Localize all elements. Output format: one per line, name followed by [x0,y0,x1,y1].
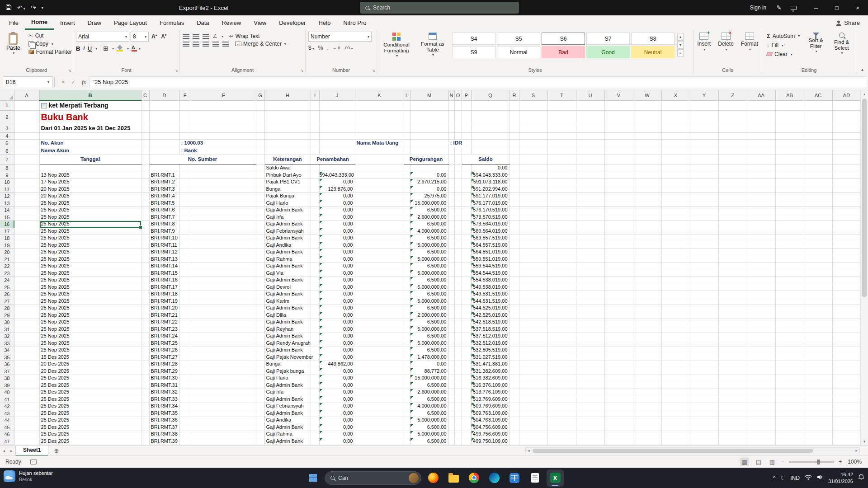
cell-E43[interactable] [179,410,191,417]
cell-G5[interactable] [256,139,264,147]
cell-W16[interactable] [633,221,661,228]
cell-P47[interactable] [462,438,471,445]
cell-B30[interactable]: 25 Nop 2025 [39,319,141,326]
cell-Y26[interactable] [690,291,718,298]
cell-X36[interactable] [661,361,690,368]
font-name-combo[interactable]: Arial▾ [76,32,129,42]
cell-S46[interactable] [519,431,547,438]
share-button[interactable]: Share [836,16,860,30]
cell-R32[interactable] [509,333,519,340]
cell-U40[interactable] [576,389,604,396]
cell-P29[interactable] [462,312,471,319]
cell-H11[interactable]: Bunga [264,186,311,193]
cell-G17[interactable] [256,228,264,235]
fill-button[interactable]: ↓Fill▾ [765,41,802,49]
cell-J17[interactable]: 0,00 [319,228,355,235]
cell-W18[interactable] [633,235,661,242]
tab-nitro-pro[interactable]: Nitro Pro [337,16,373,30]
cell-J5[interactable] [319,139,355,147]
cell-T24[interactable] [547,277,576,284]
cell-C13[interactable] [141,200,149,207]
cell-V40[interactable] [604,389,633,396]
select-all-button[interactable] [0,90,14,100]
cell-D32[interactable]: BRI.RMT.24 [149,333,179,340]
cell-AA10[interactable] [747,179,775,186]
cell-N37[interactable] [448,368,454,375]
cell-M39[interactable]: 6.500,00 [410,382,448,389]
cell-P40[interactable] [462,389,471,396]
cell-X8[interactable] [661,164,690,172]
cell-H45[interactable]: Gaji Admin Bank [264,424,311,431]
cell-J30[interactable]: 0,00 [319,319,355,326]
cell-J3[interactable] [319,124,355,132]
cell-G33[interactable] [256,340,264,347]
cell-C23[interactable] [141,270,149,277]
cell-P34[interactable] [462,347,471,354]
cell-V16[interactable] [604,221,633,228]
cell-V9[interactable] [604,172,633,179]
cell-Z45[interactable] [718,424,747,431]
cell-A42[interactable] [14,403,39,410]
cell-I18[interactable] [311,235,319,242]
column-header-Y[interactable]: Y [690,90,718,100]
cell-O11[interactable] [454,186,462,193]
cell-Y29[interactable] [690,312,718,319]
cell-T40[interactable] [547,389,576,396]
cell-S43[interactable] [519,410,547,417]
cell-AC34[interactable] [804,347,832,354]
cell-J26[interactable]: 0,00 [319,291,355,298]
cell-AD32[interactable] [832,333,861,340]
cell-W5[interactable] [633,139,661,147]
cell-K30[interactable] [355,319,404,326]
format-as-table-button[interactable]: Format as Table▾ [416,32,449,58]
cell-J21[interactable]: 0,00 [319,256,355,263]
cell-AC37[interactable] [804,368,832,375]
cell-R6[interactable] [509,147,519,155]
sort-filter-button[interactable]: Sort & Filter▾ [804,32,827,66]
cell-L24[interactable] [404,277,410,284]
cell-AC28[interactable] [804,305,832,312]
cell-A46[interactable] [14,431,39,438]
cell-D3[interactable] [149,124,179,132]
row-header-20[interactable]: 20 [0,249,14,256]
cell-Z17[interactable] [718,228,747,235]
cell-N12[interactable] [448,193,454,200]
find-select-button[interactable]: Find & Select▾ [830,32,853,66]
cell-P41[interactable] [462,396,471,403]
cell-AA34[interactable] [747,347,775,354]
column-header-G[interactable]: G [256,90,264,100]
cell-C38[interactable] [141,375,149,382]
cell-K41[interactable] [355,396,404,403]
cell-E33[interactable] [179,340,191,347]
cell-D31[interactable]: BRI.RMT.23 [149,326,179,333]
cell-Q37[interactable]: 531.382.609,00 [471,368,509,375]
cell-O37[interactable] [454,368,462,375]
cell-K5[interactable]: Nama Mata Uang [355,139,404,147]
cell-M5[interactable] [410,139,448,147]
cell-Y37[interactable] [690,368,718,375]
cell-S11[interactable] [519,186,547,193]
cell-Q45[interactable]: 504.756.609,00 [471,424,509,431]
cell-V14[interactable] [604,207,633,214]
cell-I24[interactable] [311,277,319,284]
column-header-AC[interactable]: AC [804,90,832,100]
cell-L3[interactable] [404,124,410,132]
cell-O33[interactable] [454,340,462,347]
cell-G23[interactable] [256,270,264,277]
cell-U16[interactable] [576,221,604,228]
cell-Q8[interactable]: 0,00 [471,164,509,172]
cell-C27[interactable] [141,298,149,305]
macro-record-button[interactable] [30,459,37,465]
cell-R47[interactable] [509,438,519,445]
cell-W35[interactable] [633,354,661,361]
cell-AC23[interactable] [804,270,832,277]
cell-L5[interactable] [404,139,410,147]
zoom-slider[interactable] [789,461,834,463]
cell-E34[interactable] [179,347,191,354]
cell-Q15[interactable]: 573.570.519,00 [471,214,509,221]
cell-M14[interactable]: 6.500,00 [410,207,448,214]
cell-Q19[interactable]: 564.557.519,00 [471,242,509,249]
cell-AA9[interactable] [747,172,775,179]
enter-icon[interactable]: ✓ [71,79,75,85]
cell-N36[interactable] [448,361,454,368]
